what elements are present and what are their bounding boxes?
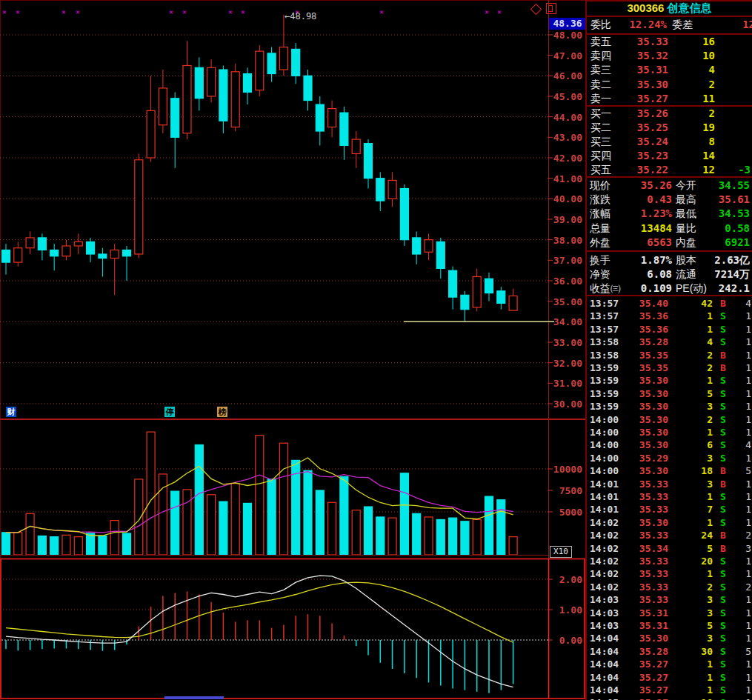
- tick-direction: S: [720, 594, 731, 605]
- ask-row[interactable]: 卖五35.3316: [587, 36, 752, 50]
- tick-price: 35.27: [609, 659, 668, 670]
- tick-volume: 18: [672, 465, 713, 476]
- quote-value: 35.26: [625, 179, 672, 191]
- bid-row[interactable]: 买二35.2519: [587, 121, 752, 136]
- quote-label: 净资: [590, 268, 610, 281]
- event-badge-bang[interactable]: 榜: [217, 407, 227, 417]
- tick-row: 14:0235.345B3: [587, 543, 752, 556]
- tick-price: 35.29: [609, 453, 668, 464]
- tick-volume: 3: [672, 479, 713, 490]
- ask-row[interactable]: 卖四35.3210: [587, 50, 752, 64]
- bid-row[interactable]: 买一35.262: [587, 107, 752, 121]
- tick-price: 35.30: [609, 375, 668, 386]
- quote-value: 35.61: [694, 193, 750, 205]
- tick-price: 35.27: [609, 697, 668, 700]
- weicha-value: 12: [725, 19, 752, 30]
- tick-direction: B: [720, 543, 731, 554]
- tick-direction: B: [720, 362, 731, 373]
- tick-count: 1: [735, 375, 751, 386]
- bid-volume: 8: [674, 136, 715, 147]
- tick-price: 35.30: [609, 388, 668, 399]
- svg-text:✕: ✕: [182, 8, 186, 16]
- tick-row: 14:0035.301S1: [587, 427, 752, 439]
- tick-row: 14:0335.313S1: [587, 607, 752, 620]
- tick-direction: S: [720, 684, 731, 696]
- ask-row[interactable]: 卖二35.302: [587, 79, 752, 93]
- ask-label: 卖三: [590, 64, 611, 77]
- stock-name: 创意信息: [668, 1, 712, 14]
- bid-volume: 12: [674, 164, 715, 176]
- stock-code: 300366: [627, 1, 664, 14]
- macd-pane: 2.001.000.00: [0, 559, 585, 699]
- tick-volume: 5: [672, 388, 713, 399]
- svg-text:5000: 5000: [559, 507, 582, 518]
- tick-row: 14:0235.301S1: [587, 517, 752, 530]
- tick-row: 14:0035.302S1: [587, 414, 752, 427]
- tick-row: 13:5735.4042B4: [587, 298, 752, 310]
- tick-volume: 3: [672, 594, 713, 605]
- event-badge-ting[interactable]: 停: [164, 407, 175, 417]
- svg-text:✕: ✕: [379, 8, 383, 16]
- quote-value: 7214万: [694, 268, 750, 281]
- volume-multiplier-label: X10: [550, 546, 572, 558]
- tick-row: 13:5835.352B1: [587, 350, 752, 362]
- bid-row[interactable]: 买四35.2314: [587, 150, 752, 164]
- svg-text:0.00: 0.00: [559, 635, 582, 646]
- weibi-label: 委比: [590, 19, 611, 32]
- tick-count: 1: [735, 594, 751, 605]
- bid-price: 35.23: [609, 150, 668, 161]
- bid-volume: 2: [674, 107, 715, 119]
- tick-price: 35.34: [609, 543, 668, 554]
- ask-volume: 2: [674, 79, 715, 90]
- quote-label: 股本: [676, 254, 696, 267]
- tick-volume: 42: [672, 298, 713, 309]
- kline-pane: 48.0047.0046.0045.0044.0043.0042.0041.00…: [0, 8, 582, 410]
- bid-row[interactable]: 买三35.248: [587, 136, 752, 150]
- bid-label: 买五: [590, 164, 611, 177]
- ask-price: 35.31: [609, 64, 668, 76]
- ask-volume: 10: [674, 50, 715, 61]
- tick-direction: B: [720, 298, 731, 309]
- event-badge-cai[interactable]: 财: [6, 407, 16, 417]
- tick-volume: 3: [672, 401, 713, 412]
- commission-ratio-row: 委比 12.24% 委差 12: [587, 19, 752, 33]
- tick-row: 14:0235.3320S1: [587, 556, 752, 568]
- tick-volume: 1: [672, 427, 713, 438]
- chart-scrollbar-thumb[interactable]: [164, 696, 224, 699]
- trading-terminal: 48.0047.0046.0045.0044.0043.0042.0041.00…: [0, 0, 752, 700]
- tick-price: 35.30: [609, 517, 668, 528]
- tick-volume: 24: [672, 530, 713, 541]
- restore-window-icon[interactable]: [546, 3, 556, 14]
- svg-text:34.00: 34.00: [553, 316, 582, 327]
- tick-row: 14:0035.3018B5: [587, 465, 752, 478]
- tick-direction: B: [720, 530, 731, 541]
- tick-count: 1: [735, 350, 751, 361]
- tick-volume: 1: [672, 659, 713, 670]
- tick-row: 13:5935.301S1: [587, 375, 752, 387]
- quote-value: 1.87%: [625, 254, 672, 266]
- svg-text:31.00: 31.00: [553, 378, 582, 389]
- quote-row: 外盘6563内盘6921: [587, 236, 752, 250]
- tick-row: 14:0235.331S1: [587, 568, 752, 581]
- tick-count: 2: [735, 530, 751, 541]
- svg-text:✕: ✕: [169, 8, 173, 16]
- svg-text:35.00: 35.00: [553, 296, 582, 307]
- tick-price: 35.35: [609, 350, 668, 361]
- ask-label: 卖二: [590, 79, 611, 92]
- svg-text:33.00: 33.00: [553, 337, 582, 348]
- tick-row: 14:0035.293S1: [587, 453, 752, 465]
- quote-value: 13484: [625, 222, 672, 234]
- ask-volume: 4: [674, 64, 715, 76]
- tick-count: 5: [735, 465, 751, 476]
- ask-row[interactable]: 卖三35.314: [587, 64, 752, 78]
- tick-price: 35.33: [609, 504, 668, 515]
- bid-label: 买三: [590, 136, 611, 149]
- svg-text:✕: ✕: [16, 8, 19, 16]
- bid-label: 买一: [590, 107, 611, 121]
- ask-row[interactable]: 卖一35.2711: [587, 93, 752, 107]
- ask-volume: 11: [674, 93, 715, 104]
- stock-header[interactable]: 300366 创意信息: [587, 1, 752, 16]
- tick-direction: S: [720, 324, 731, 335]
- svg-text:32.00: 32.00: [553, 358, 582, 369]
- tick-volume: 3: [672, 633, 713, 644]
